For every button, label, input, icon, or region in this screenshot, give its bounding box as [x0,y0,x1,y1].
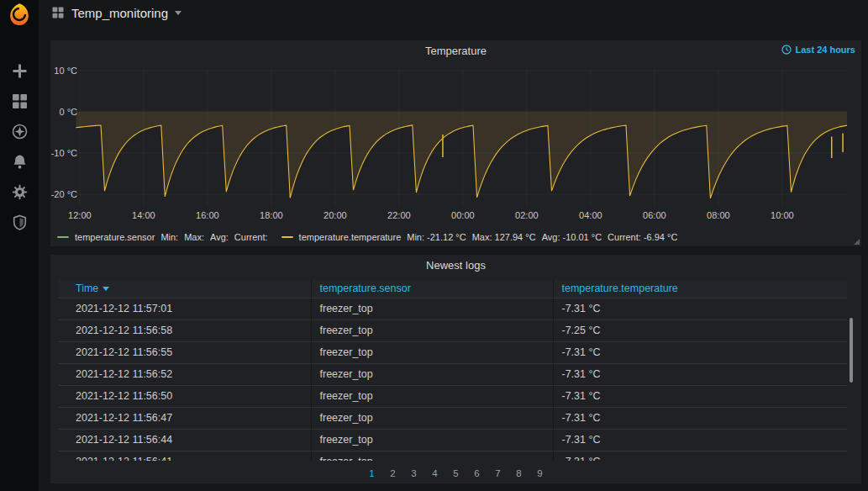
y-axis-tick-label: -20 °C [51,189,77,199]
clock-icon [781,45,792,55]
newest-logs-panel: Newest logs Time temperature.sensor temp… [50,255,861,483]
x-axis-tick-label: 04:00 [579,210,602,220]
legend-series-swatch [57,236,69,238]
create-plus-icon[interactable] [0,55,39,86]
panel-resize-handle[interactable] [854,239,860,245]
x-axis-tick-label: 10:00 [771,210,794,220]
legend-stat: Avg: -10.01 °C [542,232,602,242]
page-button[interactable]: 9 [535,467,545,480]
page-button[interactable]: 2 [388,467,398,480]
sidebar-nav [0,55,39,237]
alerting-bell-icon[interactable] [0,146,39,177]
sort-desc-icon [103,287,109,291]
legend-series-name[interactable]: temperature.sensor [75,232,155,242]
table-row: 2021-12-12 11:56:55freezer_top-7.31 °C [59,341,847,363]
page-button[interactable]: 6 [472,467,482,480]
x-axis-tick-label: 18:00 [260,210,283,220]
chevron-down-icon[interactable] [175,11,181,15]
security-shield-icon[interactable] [0,207,39,237]
page-button[interactable]: 8 [514,467,524,480]
table-row: 2021-12-12 11:56:50freezer_top-7.31 °C [59,385,847,407]
pagination: 123456789 [50,467,861,480]
cell-time: 2021-12-12 11:57:01 [59,298,311,319]
panel-title-temperature[interactable]: Temperature [50,45,861,57]
page-button[interactable]: 5 [451,467,461,480]
pagination-footer: 123456789 [50,461,861,483]
x-axis-tick-label: 00:00 [451,210,475,220]
x-axis-tick-label: 20:00 [324,210,347,220]
legend-stat: Max: [184,232,204,242]
dashboard-grid-icon [52,7,64,18]
table-row: 2021-12-12 11:56:52freezer_top-7.31 °C [59,363,847,385]
cell-temperature: -7.31 °C [553,363,847,385]
cell-sensor: freezer_top [311,363,553,385]
legend-stat: Min: -21.12 °C [407,232,466,242]
cell-sensor: freezer_top [311,407,553,429]
top-nav: Temp_monitoring [39,0,868,25]
dashboards-icon[interactable] [0,86,39,116]
cell-sensor: freezer_top [311,429,553,451]
panel-title-newest-logs[interactable]: Newest logs [50,259,861,272]
chart-legend: temperature.sensorMin:Max:Avg:Current:te… [57,232,677,242]
temperature-panel: Temperature Last 24 hours 12:0014:0016:0… [50,40,861,246]
series-area-fill [76,112,847,198]
cell-temperature: -7.31 °C [553,298,847,319]
cell-temperature: -7.31 °C [553,407,847,429]
x-axis-tick-label: 02:00 [515,210,539,220]
dashboard-title[interactable]: Temp_monitoring [71,6,168,20]
table-row: 2021-12-12 11:56:44freezer_top-7.31 °C [59,429,847,451]
x-axis-tick-label: 08:00 [707,210,730,220]
cell-temperature: -7.31 °C [553,429,847,451]
logs-table: Time temperature.sensor temperature.temp… [59,280,847,473]
cell-time: 2021-12-12 11:56:44 [59,429,311,451]
y-axis-tick-label: -10 °C [51,148,77,158]
table-row: 2021-12-12 11:57:01freezer_top-7.31 °C [59,298,847,319]
column-header-time[interactable]: Time [59,280,311,298]
x-axis-tick-label: 12:00 [68,210,92,220]
legend-stat: Max: 127.94 °C [472,232,536,242]
legend-entry[interactable]: temperature.sensorMin:Max:Avg:Current: [57,232,268,242]
settings-gear-icon[interactable] [0,177,39,207]
page-button[interactable]: 1 [367,467,377,480]
cell-temperature: -7.31 °C [553,341,847,363]
cell-sensor: freezer_top [311,385,553,407]
y-axis-tick-label: 0 °C [59,107,77,117]
cell-temperature: -7.25 °C [553,319,847,341]
cell-time: 2021-12-12 11:56:47 [59,407,311,429]
cell-time: 2021-12-12 11:56:52 [59,363,311,385]
cell-sensor: freezer_top [311,298,553,319]
sidebar [0,0,39,491]
table-row: 2021-12-12 11:56:58freezer_top-7.25 °C [59,319,847,341]
y-axis-tick-label: 10 °C [54,66,77,76]
grafana-logo[interactable] [7,2,32,27]
page-button[interactable]: 7 [493,467,503,480]
cell-sensor: freezer_top [311,319,553,341]
time-range-picker[interactable]: Last 24 hours [781,45,855,55]
cell-time: 2021-12-12 11:56:58 [59,319,311,341]
legend-series-name[interactable]: temperature.temperature [299,232,402,242]
temperature-chart[interactable]: 12:0014:0016:0018:0020:0022:0000:0002:00… [50,57,861,225]
legend-stat: Min: [160,232,178,242]
legend-stat: Avg: [210,232,229,242]
table-scrollbar[interactable] [850,318,853,383]
legend-entry[interactable]: temperature.temperatureMin: -21.12 °CMax… [281,232,678,242]
x-axis-tick-label: 16:00 [196,210,219,220]
cell-time: 2021-12-12 11:56:50 [59,385,311,407]
legend-stat: Current: -6.94 °C [608,232,677,242]
cell-sensor: freezer_top [311,341,553,363]
cell-temperature: -7.31 °C [553,385,847,407]
cell-time: 2021-12-12 11:56:55 [59,341,311,363]
explore-compass-icon[interactable] [0,116,39,146]
legend-series-swatch [281,236,293,238]
page-button[interactable]: 3 [409,467,419,480]
column-header-sensor[interactable]: temperature.sensor [311,280,553,298]
x-axis-tick-label: 06:00 [643,210,666,220]
column-header-temperature[interactable]: temperature.temperature [553,280,847,298]
table-row: 2021-12-12 11:56:47freezer_top-7.31 °C [59,407,847,429]
time-range-label: Last 24 hours [795,45,855,55]
legend-stat: Current: [234,232,268,242]
table-header-row: Time temperature.sensor temperature.temp… [59,280,847,298]
page-button[interactable]: 4 [430,467,440,480]
x-axis-tick-label: 14:00 [132,210,155,220]
x-axis-tick-label: 22:00 [387,210,411,220]
